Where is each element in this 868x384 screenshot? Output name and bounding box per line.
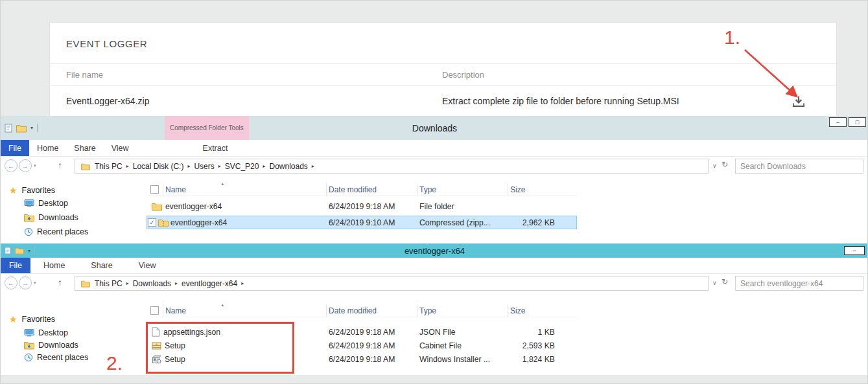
app-icon[interactable] [5, 247, 11, 254]
breadcrumb-arrow-icon[interactable]: ▸ [124, 280, 131, 286]
favorites-label: Favorites [22, 315, 55, 324]
breadcrumb-this-pc[interactable]: This PC [93, 279, 124, 288]
sidebar-item-recent-places[interactable]: Recent places [24, 226, 88, 238]
app-icon[interactable] [5, 124, 12, 133]
tab-share[interactable]: Share [66, 140, 103, 156]
column-header-type[interactable]: Type [417, 183, 508, 196]
tab-view[interactable]: View [126, 258, 169, 273]
window1-breadcrumb[interactable]: This PC ▸ Local Disk (C:) ▸ Users ▸ SVC_… [75, 159, 709, 174]
search-input[interactable] [735, 276, 863, 291]
tab-view[interactable]: View [104, 140, 137, 156]
zip-folder-icon [158, 218, 169, 227]
sidebar-item-label: Desktop [38, 328, 68, 337]
sidebar-item-desktop[interactable]: Desktop [24, 198, 68, 209]
tab-home[interactable]: Home [30, 258, 78, 273]
up-button[interactable]: ↑ [58, 277, 62, 288]
file-type: Windows Installer ... [417, 355, 508, 364]
minimize-icon: − [836, 119, 839, 126]
refresh-icon[interactable]: ↻ [721, 160, 728, 169]
qat-separator [37, 124, 38, 132]
column-header-type[interactable]: Type [417, 304, 508, 317]
sidebar-item-recent-places[interactable]: Recent places [24, 352, 88, 363]
breadcrumb-downloads[interactable]: Downloads [267, 162, 309, 171]
file-size: 1 KB [508, 328, 577, 337]
tab-file[interactable]: File [1, 140, 29, 156]
address-folder-icon [81, 280, 90, 288]
column-header-name[interactable]: ▲ Name [163, 183, 327, 196]
select-all-checkbox-cell [147, 304, 163, 317]
column-header-date-modified[interactable]: Date modified [327, 304, 417, 317]
select-all-checkbox[interactable] [150, 306, 159, 315]
column-header-name[interactable]: ▲ Name [163, 304, 327, 317]
address-dropdown-icon[interactable]: ∨ [712, 280, 717, 286]
desktop-icon [24, 328, 34, 337]
sidebar-item-label: Desktop [38, 199, 68, 208]
tab-home[interactable]: Home [29, 140, 66, 156]
forward-button[interactable]: → [19, 159, 32, 172]
row-checkbox[interactable]: ✓ [148, 218, 156, 227]
explorer-window-downloads: ▾ Compressed Folder Tools Downloads − □ … [1, 116, 868, 243]
tab-file[interactable]: File [1, 258, 30, 273]
window1-titlebar[interactable]: ▾ Compressed Folder Tools Downloads − □ [1, 116, 868, 140]
folder-properties-icon[interactable] [16, 124, 27, 133]
file-row-eventlogger-folder[interactable]: eventlogger-x64 6/24/2019 9:18 AM File f… [147, 199, 577, 213]
window2-address-bar: ← → ▾ ↑ This PC ▸ Downloads ▸ eventlogge… [1, 274, 868, 294]
file-row-eventlogger-zip[interactable]: ✓ eventlogger-x64 6/24/2019 9:10 AM Comp… [147, 216, 577, 229]
sidebar-item-label: Downloads [38, 341, 78, 350]
breadcrumb-this-pc[interactable]: This PC [93, 162, 124, 171]
explorer-window-eventlogger: ▾ eventlogger-x64 − File Home Share View… [1, 243, 868, 375]
breadcrumb-eventlogger-x64[interactable]: eventlogger-x64 [180, 279, 239, 288]
column-header-size[interactable]: Size [508, 183, 577, 196]
window2-titlebar[interactable]: ▾ eventlogger-x64 − [1, 243, 868, 258]
sidebar-item-downloads[interactable]: Downloads [24, 212, 78, 223]
column-header-date-modified[interactable]: Date modified [327, 183, 417, 196]
recent-locations-icon[interactable]: ▾ [34, 163, 36, 168]
breadcrumb-arrow-icon[interactable]: ▸ [217, 163, 223, 169]
minimize-button[interactable]: − [844, 246, 865, 255]
breadcrumb-local-disk[interactable]: Local Disk (C:) [131, 162, 186, 171]
sidebar-item-desktop[interactable]: Desktop [24, 327, 68, 339]
forward-button[interactable]: → [19, 277, 32, 289]
up-button[interactable]: ↑ [58, 160, 62, 170]
breadcrumb-downloads[interactable]: Downloads [131, 279, 173, 288]
minimize-button[interactable]: − [829, 117, 847, 127]
breadcrumb-arrow-icon[interactable]: ▸ [310, 163, 316, 169]
file-type: Compressed (zipp... [417, 218, 508, 227]
address-folder-icon [81, 163, 90, 170]
sidebar-item-label: Recent places [37, 353, 88, 362]
breadcrumb-arrow-icon[interactable]: ▸ [261, 163, 267, 169]
annotation-highlight-box [146, 322, 294, 374]
column-header-size[interactable]: Size [508, 304, 577, 317]
context-tab-compressed-folder-tools[interactable]: Compressed Folder Tools [165, 116, 249, 140]
column-header-label: Name [165, 185, 186, 194]
window1-ribbon-tabs: File Home Share View Extract [1, 140, 868, 157]
card-title: EVENT LOGGER [66, 38, 147, 49]
tab-extract[interactable]: Extract [196, 140, 234, 156]
breadcrumb-arrow-icon[interactable]: ▸ [173, 280, 180, 286]
annotation-arrow-1-icon [714, 38, 817, 109]
breadcrumb-arrow-icon[interactable]: ▸ [185, 163, 192, 169]
back-button[interactable]: ← [5, 277, 18, 289]
folder-properties-icon[interactable] [15, 247, 24, 254]
refresh-icon[interactable]: ↻ [721, 277, 728, 286]
window2-list-header: ▲ Name Date modified Type Size [147, 304, 577, 317]
back-button[interactable]: ← [5, 159, 18, 172]
qat-dropdown-icon[interactable]: ▾ [28, 248, 30, 254]
recent-locations-icon[interactable]: ▾ [34, 280, 36, 286]
select-all-checkbox[interactable] [150, 185, 159, 194]
sidebar-item-downloads[interactable]: Downloads [24, 339, 78, 351]
address-dropdown-icon[interactable]: ∨ [712, 163, 717, 169]
search-input[interactable] [735, 159, 863, 174]
breadcrumb-arrow-icon[interactable]: ▸ [124, 163, 131, 169]
breadcrumb-arrow-icon[interactable]: ▸ [239, 280, 246, 286]
breadcrumb-svc-p20[interactable]: SVC_P20 [223, 162, 261, 171]
qat-dropdown-icon[interactable]: ▾ [30, 125, 33, 131]
maximize-button[interactable]: □ [849, 117, 866, 127]
sidebar-favorites[interactable]: ★ Favorites [9, 313, 55, 325]
breadcrumb-users[interactable]: Users [192, 162, 216, 171]
file-name: eventlogger-x64 [170, 218, 227, 227]
sidebar-favorites[interactable]: ★ Favorites [9, 185, 55, 196]
tab-share[interactable]: Share [78, 258, 125, 273]
window2-breadcrumb[interactable]: This PC ▸ Downloads ▸ eventlogger-x64 ▸ [75, 276, 709, 291]
window2-title: eventlogger-x64 [1, 243, 868, 258]
